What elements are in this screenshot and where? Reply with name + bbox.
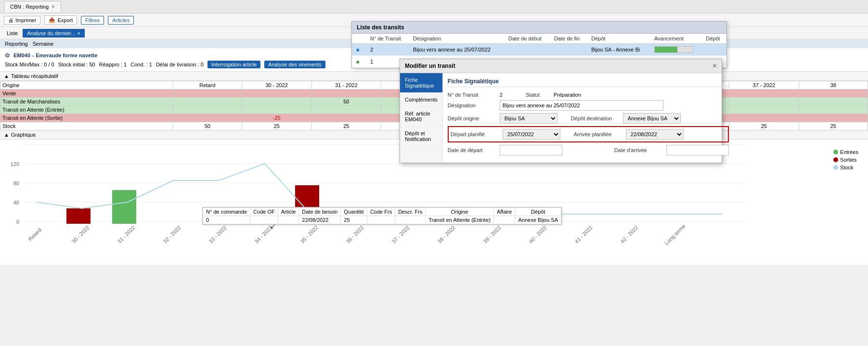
- statut-label: Statut: [526, 92, 550, 98]
- transit-designation-2: Bijou vers annexe au 25/07/2022: [409, 44, 505, 56]
- transit-num-label: N° de Transit: [448, 92, 496, 98]
- stock-minmax: Stock Min/Max : 0 / 0: [5, 62, 54, 67]
- interrogation-article-button[interactable]: Interrogation article: [207, 61, 260, 68]
- delai: Délai de livraison : 0: [156, 62, 204, 67]
- analyse-virements-button[interactable]: Analyse des virements: [264, 61, 325, 68]
- tooltip-col-origine: Origine: [426, 208, 494, 216]
- sidebar-depot-notif[interactable]: Dépôt et Notification: [400, 127, 442, 146]
- sidebar-ref-val: EM040: [405, 116, 422, 122]
- bar-green-32: [112, 190, 136, 224]
- legend-stock: Stock: [833, 165, 858, 170]
- depot-origine-label: Dépôt origine: [448, 115, 496, 121]
- sidebar-fiche-label: Fiche Signalétique: [405, 77, 434, 89]
- dialog-content: Fiche Signalétique N° de Transit 2 Statu…: [443, 73, 734, 163]
- transit-panel-title: Liste des transits: [352, 22, 726, 34]
- svg-text:31 - 2022: 31 - 2022: [116, 224, 136, 244]
- tooltip-header-row: N° de commande Code OF Article Date de b…: [203, 208, 561, 216]
- print-button[interactable]: 🖨 Imprimer: [4, 16, 40, 25]
- tooltip-col-descrfrs: Descr. Frs: [395, 208, 426, 216]
- svg-text:41 - 2022: 41 - 2022: [573, 224, 593, 244]
- svg-text:0: 0: [16, 219, 19, 225]
- tooltip-col-affaire: Affaire: [493, 208, 515, 216]
- title-bar: CBN : Reporting ×: [0, 0, 868, 13]
- form-row-transit-num: N° de Transit 2 Statut Préparation: [448, 92, 729, 98]
- tooltip-col-datebesoin: Date de besoin: [299, 208, 341, 216]
- main-tab[interactable]: CBN : Reporting ×: [4, 1, 61, 12]
- col-37: 37 - 2022: [729, 81, 799, 90]
- col-transit-num: N° de Transit: [366, 34, 409, 44]
- transit-date-fin-2: [550, 44, 587, 56]
- articles-button[interactable]: Articles: [108, 16, 134, 25]
- col-38: 38: [799, 81, 868, 90]
- tooltip-col-numcmd: N° de commande: [203, 208, 250, 216]
- transit-depot2-2: [702, 44, 726, 56]
- dialog-titlebar: Modifier un transit ×: [400, 59, 722, 73]
- date-depart-input[interactable]: [500, 145, 562, 155]
- tableau-label: Tableau récapitulatif: [11, 73, 58, 79]
- analyse-tab[interactable]: Analyse du dernier... ×: [23, 29, 85, 38]
- legend-entries-label: Entrées: [840, 149, 858, 155]
- legend-green-dot: [833, 150, 838, 154]
- depot-dest-select[interactable]: Annexe Bijou SA: [623, 113, 681, 124]
- svg-text:37 - 2022: 37 - 2022: [390, 224, 410, 244]
- legend-blue-dot: [833, 165, 838, 170]
- depart-planifie-label: Départ planifié: [451, 131, 499, 137]
- printer-icon: 🖨: [8, 17, 13, 23]
- transit-header-row: N° de Transit Désignation Date de début …: [352, 34, 726, 44]
- tooltip-quantite: 25: [341, 216, 367, 224]
- arrivee-planifie-label: Arrivée planifiée: [574, 131, 622, 137]
- filtres-button[interactable]: Filtres: [81, 16, 104, 25]
- dialog-body: Fiche Signalétique Compléments Réf. arti…: [400, 73, 722, 163]
- export-button[interactable]: 📤 Export: [44, 15, 77, 25]
- transit-row-2[interactable]: ● 2 Bijou vers annexe au 25/07/2022 Bijo…: [352, 44, 726, 56]
- tooltip-col-quantite: Quantité: [341, 208, 367, 216]
- svg-text:35 - 2022: 35 - 2022: [299, 224, 319, 244]
- analyse-close-icon[interactable]: ×: [78, 30, 80, 36]
- sidebar-ref-article[interactable]: Réf. article EM040: [400, 107, 442, 127]
- article-toggle-icon[interactable]: ⊙: [5, 52, 10, 59]
- list-label: Liste: [4, 29, 21, 37]
- date-arrivee-label: Date d'arrivée: [614, 147, 662, 153]
- graph-label: Graphique: [11, 132, 36, 138]
- depart-planifie-select[interactable]: 25/07/2022: [503, 129, 560, 140]
- tooltip-col-codefrs: Code Frs: [367, 208, 395, 216]
- transit-avancement-2: [650, 44, 702, 56]
- tooltip-affaire: [493, 216, 515, 224]
- tooltip-col-codeof: Code OF: [250, 208, 278, 216]
- tooltip-cursor: ↙: [270, 222, 276, 230]
- tab-close-icon[interactable]: ×: [52, 3, 55, 10]
- col-designation: Désignation: [409, 34, 505, 44]
- designation-label: Désignation: [448, 103, 496, 108]
- legend-sorties-label: Sorties: [840, 157, 856, 163]
- form-section-title: Fiche Signalétique: [448, 78, 729, 87]
- sidebar-complements-label: Compléments: [405, 97, 438, 103]
- tooltip-col-article: Article: [278, 208, 299, 216]
- form-row-dates-actual: Date de départ Date d'arrivée: [448, 145, 729, 155]
- arrivee-planifie-select[interactable]: 22/08/2022: [626, 129, 684, 140]
- sidebar-ref-label: Réf. article: [405, 111, 430, 116]
- reappro: Réappro : 1: [99, 62, 127, 67]
- transit-num-2: 2: [366, 44, 409, 56]
- depot-origine-select[interactable]: Bijou SA: [500, 113, 557, 124]
- transit-depot-2: Bijou SA - Annexe Bi: [587, 44, 650, 56]
- designation-input[interactable]: [500, 100, 663, 111]
- legend-entries: Entrées: [833, 149, 858, 155]
- sidebar-fiche[interactable]: Fiche Signalétique: [400, 73, 442, 93]
- date-arrivee-input[interactable]: [666, 145, 729, 155]
- col-avancement: Avancement: [650, 34, 702, 44]
- col-retard: Retard: [173, 81, 242, 90]
- legend-stock-label: Stock: [840, 165, 854, 170]
- tooltip-origine: Transit en Attente (Entrée): [426, 216, 494, 224]
- radio-green: ●: [352, 56, 366, 68]
- svg-text:36 - 2022: 36 - 2022: [345, 224, 364, 244]
- transit-date-debut-2: [505, 44, 550, 56]
- tooltip-depot: Annexe Bijou SA: [515, 216, 561, 224]
- tooltip-datebesoin: 22/08/2022: [299, 216, 341, 224]
- dialog-close-button[interactable]: ×: [713, 62, 717, 70]
- tooltip-descrfrs: [395, 216, 426, 224]
- sidebar-complements[interactable]: Compléments: [400, 93, 442, 107]
- tooltip-codefrs: [367, 216, 395, 224]
- tableau-chevron: ▲: [4, 73, 9, 79]
- tooltip-data-row: 0 22/08/2022 25 Transit en Attente (Entr…: [203, 216, 561, 224]
- svg-text:80: 80: [13, 180, 19, 186]
